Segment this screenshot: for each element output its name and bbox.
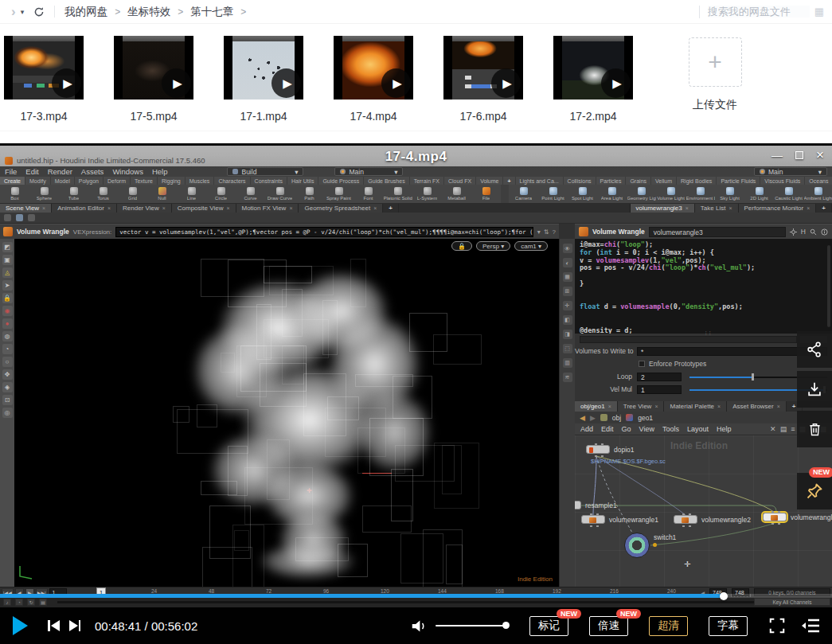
close-tab-icon[interactable]: × (162, 205, 166, 211)
pane-tab[interactable]: Composite View× (172, 204, 236, 213)
close-tab-icon[interactable]: × (226, 205, 229, 211)
pane-tab[interactable]: Geometry Spreadsheet× (299, 204, 383, 213)
upload-dropzone[interactable]: + (689, 37, 742, 87)
viewport-tool-icon[interactable]: ○ (2, 357, 13, 367)
network-menu-add[interactable]: Add (580, 425, 593, 433)
shelf-tool[interactable]: Draw Curve (265, 185, 295, 203)
pane-tab[interactable]: volumewrangle3× (631, 204, 695, 213)
network-node-volumewrangle3[interactable]: volumewrangle3 (763, 513, 832, 521)
video-card[interactable]: ▶17-3.mp4 (4, 36, 84, 123)
vex-code-editor[interactable]: i@max=chi("loop");for (int i = 0; i < i@… (575, 239, 832, 334)
play-overlay-icon[interactable]: ▶ (52, 68, 81, 98)
pane-tab[interactable]: Animation Editor× (52, 204, 117, 213)
maximize-button[interactable] (795, 151, 803, 159)
shelf-tab[interactable]: Grains (626, 177, 651, 185)
search-input[interactable] (708, 6, 810, 18)
network-node-volumewrangle1[interactable]: volumewrangle1 (581, 515, 658, 524)
viewport-tool-icon[interactable]: ◎ (2, 408, 13, 418)
shelf-tool[interactable]: File (471, 185, 501, 203)
shelf-tab[interactable]: Lights and Ca... (516, 177, 564, 185)
shelf-tab[interactable]: Constraints (251, 177, 287, 185)
shelf-tool[interactable]: Point Light (538, 185, 568, 203)
network-menu-layout[interactable]: Layout (687, 425, 709, 433)
viewport-tool-icon[interactable]: ◔ (2, 344, 13, 354)
shelf-tool[interactable]: Curve (236, 185, 265, 203)
range-slider-groove[interactable] (57, 601, 822, 603)
viewport-tool-icon[interactable]: 🔒 (2, 293, 13, 303)
shelf-tool[interactable]: Tube (59, 185, 88, 203)
seekbar-handle[interactable] (720, 592, 728, 600)
speed-button[interactable]: 倍速 NEW (589, 616, 628, 636)
volume-slider[interactable] (436, 625, 509, 627)
previous-video-button[interactable] (48, 620, 60, 631)
shelf-tool[interactable]: Spot Light (568, 185, 597, 203)
dopesheet-icon[interactable]: ▤ (39, 599, 47, 606)
node-body[interactable] (674, 515, 697, 524)
shelf-tool[interactable]: Torus (88, 185, 118, 203)
pane-tab[interactable]: Render View× (117, 204, 172, 213)
network-menu-go[interactable]: Go (622, 425, 631, 433)
shelf-tab[interactable]: Collisions (564, 177, 596, 185)
close-tab-icon[interactable]: × (654, 404, 658, 409)
shelf-tool[interactable]: Volume Light (656, 185, 686, 203)
shelf-tab[interactable]: Vellum (651, 177, 677, 185)
view-option-icon[interactable]: ◧ (563, 315, 572, 325)
play-overlay-icon[interactable]: ▶ (271, 68, 301, 98)
video-card[interactable]: ▶17-2.mp4 (553, 36, 633, 123)
houdini-menu-help[interactable]: Help (152, 167, 168, 176)
shelf-tab[interactable]: Rigid Bodies (677, 177, 717, 185)
view-option-icon[interactable]: ▥ (563, 358, 572, 368)
shelf-tool[interactable]: Platonic Solids (383, 185, 412, 203)
pane-tab[interactable]: Material Palette× (664, 401, 727, 412)
view-option-icon[interactable]: ≋ (563, 373, 572, 382)
persp-view-button[interactable]: Persp ▾ (476, 241, 510, 251)
path-geo1[interactable]: geo1 (638, 414, 653, 422)
network-node-resample1[interactable]: resample1 (575, 501, 617, 509)
shelf-tool[interactable]: Camera (509, 185, 538, 203)
shelf-tab[interactable]: Hair Utils (287, 177, 318, 185)
video-card[interactable]: ▶17-6.mp4 (443, 36, 523, 123)
viewport-tool-icon[interactable]: ◈ (2, 382, 13, 392)
enforce-prototypes-checkbox[interactable] (639, 361, 645, 367)
shelf-tool[interactable]: Sphere (29, 185, 59, 203)
shelf-tab[interactable]: Characters (214, 177, 250, 185)
view-option-icon[interactable]: 👁 (563, 244, 572, 253)
main-combo-right[interactable]: Main▾ (754, 167, 827, 176)
refresh-icon[interactable] (33, 6, 45, 18)
houdini-menu-assets[interactable]: Assets (81, 167, 104, 176)
close-tab-icon[interactable]: × (42, 205, 45, 211)
viewport-tool-icon[interactable]: ▣ (2, 255, 13, 265)
shelf-tab[interactable]: Texture (131, 177, 158, 185)
video-thumbnail[interactable]: ▶ (4, 36, 84, 100)
shelf-tool[interactable]: Geometry Light (627, 185, 656, 203)
vexpression-input[interactable]: vector v = volumesamplev(1,"vel",@P);¶ve… (115, 227, 533, 237)
play-button[interactable] (11, 615, 29, 636)
play-overlay-icon[interactable]: ▶ (162, 68, 191, 98)
panel-header-icons[interactable]: H (790, 228, 828, 236)
shelf-tab[interactable]: + (503, 177, 515, 185)
forward-arrow-icon[interactable]: ▶ (590, 414, 596, 422)
close-tab-icon[interactable]: × (807, 205, 810, 211)
path-obj[interactable]: obj (612, 414, 621, 422)
viewport-tool-icon[interactable]: ◬ (2, 267, 13, 278)
play-overlay-icon[interactable]: ▶ (601, 68, 631, 98)
shelf-tab[interactable]: Guide Brushes (364, 177, 409, 185)
shelf-tab[interactable]: Polygon (75, 177, 104, 185)
video-thumbnail[interactable]: ▶ (553, 36, 633, 100)
pane-tab[interactable]: Motion FX View× (236, 204, 299, 213)
pane-tab[interactable]: Performance Monitor× (739, 204, 817, 213)
node-name-field[interactable]: volumewrangle3 (649, 227, 786, 237)
shelf-tool[interactable]: Caustic Light (774, 185, 803, 203)
shelf-tab[interactable]: Model (51, 177, 75, 185)
tool-icon[interactable] (16, 214, 23, 221)
view-option-icon[interactable]: ◨ (563, 330, 572, 339)
view-option-icon[interactable]: ◐ (563, 258, 572, 267)
shelf-tab[interactable]: Oceans (805, 177, 832, 185)
close-tab-icon[interactable]: × (373, 205, 377, 211)
editor-splitter-bar[interactable] (575, 334, 832, 345)
viewport-tool-icon[interactable]: ✥ (2, 369, 13, 380)
next-video-button[interactable] (69, 620, 81, 631)
play-overlay-icon[interactable]: ▶ (491, 68, 521, 98)
video-card[interactable]: ▶17-5.mp4 (114, 36, 193, 123)
pin-button[interactable]: NEW (797, 473, 832, 509)
